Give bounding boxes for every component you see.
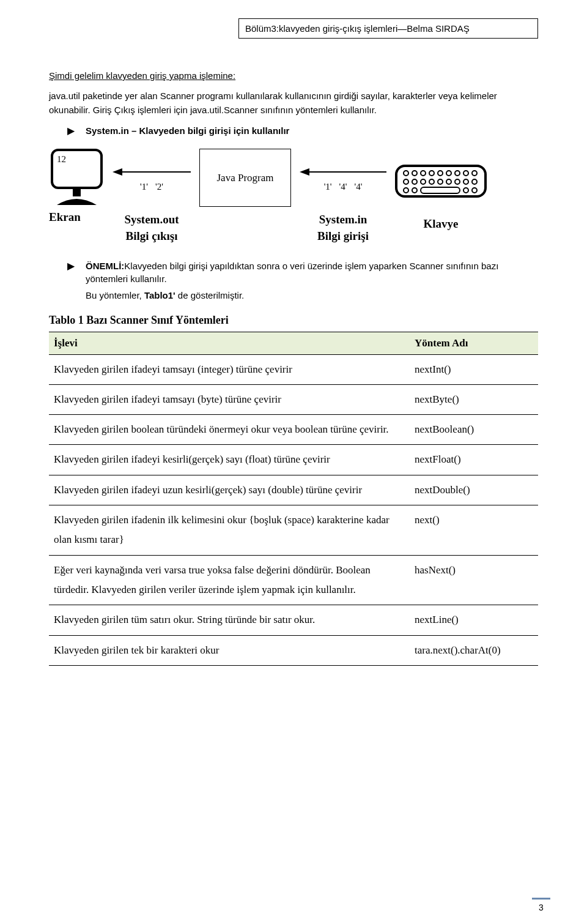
onemli-sub-pre: Bu yöntemler,	[86, 290, 144, 300]
onemli-sub-post: de gösterilmiştir.	[175, 290, 245, 300]
cell-desc: Klavyeden girilen ifadeyi kesirli(gerçek…	[49, 445, 410, 475]
monitor-number: 12	[57, 154, 66, 164]
section-title: Şimdi gelelim klavyeden giriş yapma işle…	[49, 69, 538, 82]
cell-desc: Klavyeden girilen ifadeyi tamsayı (byte)…	[49, 384, 410, 414]
cell-method: nextBoolean()	[410, 415, 538, 445]
system-in-label: System.in	[319, 212, 367, 228]
cell-method: hasNext()	[410, 555, 538, 605]
bilgi-girisi-label: Bilgi girişi	[317, 228, 369, 245]
left-arrow-icon	[110, 166, 193, 178]
table-row: Klavyeden girilen ifadeyi tamsayı (integ…	[49, 354, 538, 384]
cell-method: tara.next().charAt(0)	[410, 635, 538, 665]
bullet-system-in: ▶ System.in – Klavyeden bilgi girişi içi…	[67, 124, 538, 138]
program-box-label: Java Program	[216, 171, 273, 185]
svg-point-16	[404, 179, 408, 184]
section-title-text: Şimdi gelelim klavyeden giriş yapma işle…	[49, 70, 235, 81]
program-box: Java Program	[199, 149, 291, 207]
triangle-bullet-icon: ▶	[67, 124, 75, 138]
cell-desc: Klavyeden girilen tek bir karakteri okur	[49, 635, 410, 665]
table-row: Klavyeden girilen ifadeyi uzun kesirli(g…	[49, 475, 538, 505]
svg-point-26	[412, 188, 417, 193]
table-row: Klavyeden girilen ifadeyi tamsayı (byte)…	[49, 384, 538, 414]
out-seq-0: '1'	[140, 181, 148, 193]
triangle-bullet-icon: ▶	[67, 259, 75, 273]
svg-point-18	[421, 179, 426, 184]
left-arrow-column: '1' '2'	[110, 166, 193, 193]
bullet-onemli: ▶ ÖNEMLİ:Klavyeden bilgi girişi yapıldık…	[67, 259, 538, 302]
onemli-label: ÖNEMLİ:	[86, 261, 124, 271]
svg-point-24	[472, 179, 477, 184]
svg-point-22	[455, 179, 460, 184]
intro-paragraph-text: java.util paketinde yer alan Scanner pro…	[49, 91, 497, 115]
page-number: 3	[532, 898, 550, 914]
table-caption: Tablo 1 Bazı Scanner Sınıf Yöntemleri	[49, 313, 538, 328]
cell-method: nextFloat()	[410, 445, 538, 475]
cell-desc: Klavyeden girilen ifadeyi tamsayı (integ…	[49, 354, 410, 384]
keyboard-column: Klavye	[395, 165, 487, 233]
onemli-text: Klavyeden bilgi girişi yapıldıktan sonra…	[86, 261, 498, 284]
cell-desc: Klavyeden girilen ifadeyi uzun kesirli(g…	[49, 475, 410, 505]
svg-point-17	[412, 179, 417, 184]
svg-point-13	[455, 171, 460, 176]
svg-point-15	[472, 171, 477, 176]
cell-desc: Eğer veri kaynağında veri varsa true yok…	[49, 555, 410, 605]
svg-point-19	[429, 179, 434, 184]
cell-method: nextLine()	[410, 605, 538, 635]
svg-point-28	[463, 188, 468, 193]
table-header-row: İşlevi Yöntem Adı	[49, 332, 538, 354]
bullet-system-in-text: System.in – Klavyeden bilgi girişi için …	[86, 124, 289, 137]
in-seq-0: '1'	[324, 181, 332, 193]
table-row: Eğer veri kaynağında veri varsa true yok…	[49, 555, 538, 605]
cell-method: nextDouble()	[410, 475, 538, 505]
cell-method: next()	[410, 505, 538, 556]
svg-point-14	[463, 171, 468, 176]
intro-paragraph: java.util paketinde yer alan Scanner pro…	[49, 89, 538, 117]
out-seq-1: '2'	[155, 181, 163, 193]
document-header-text: Bölüm3:klavyeden giriş-çıkış işlemleri—B…	[245, 23, 470, 34]
table-row: Klavyeden girilen tüm satırı okur. Strin…	[49, 605, 538, 635]
svg-point-10	[429, 171, 434, 176]
table-row: Klavyeden girilen ifadenin ilk kelimesin…	[49, 505, 538, 556]
cell-desc: Klavyeden girilen boolean türündeki öner…	[49, 415, 410, 445]
in-seq-2: '4'	[354, 181, 362, 193]
svg-point-25	[404, 188, 408, 193]
monitor-column: 12 Ekran	[49, 149, 104, 226]
svg-rect-1	[73, 189, 81, 196]
svg-rect-27	[421, 187, 460, 193]
monitor-icon: 12	[51, 149, 103, 207]
onemli-sub: Bu yöntemler, Tablo1' de gösterilmiştir.	[86, 290, 244, 300]
svg-point-21	[446, 179, 451, 184]
table-header-yontem: Yöntem Adı	[410, 332, 538, 354]
right-arrow-icon	[297, 166, 389, 178]
io-diagram: 12 Ekran '1' '2' System.out Bilgi çıkışı	[49, 149, 538, 244]
svg-point-11	[438, 171, 443, 176]
svg-point-7	[404, 171, 408, 176]
document-header-box: Bölüm3:klavyeden giriş-çıkış işlemleri—B…	[238, 18, 538, 39]
cell-desc: Klavyeden girilen ifadenin ilk kelimesin…	[49, 505, 410, 556]
table-row: Klavyeden girilen tek bir karakteri okur…	[49, 635, 538, 665]
system-out-label: System.out	[124, 212, 179, 228]
svg-point-8	[412, 171, 417, 176]
in-seq-1: '4'	[339, 181, 347, 193]
table-row: Klavyeden girilen boolean türündeki öner…	[49, 415, 538, 445]
right-arrow-column: '1' '4' '4'	[297, 166, 389, 193]
bilgi-cikisi-label: Bilgi çıkışı	[126, 228, 178, 245]
svg-point-20	[438, 179, 443, 184]
scanner-methods-table: İşlevi Yöntem Adı Klavyeden girilen ifad…	[49, 332, 538, 666]
cell-method: nextByte()	[410, 384, 538, 414]
svg-point-23	[463, 179, 468, 184]
keyboard-icon	[395, 165, 487, 200]
bullet-onemli-content: ÖNEMLİ:Klavyeden bilgi girişi yapıldıkta…	[86, 259, 538, 302]
tablo1-bold: Tablo1'	[144, 290, 175, 300]
svg-marker-5	[300, 168, 309, 176]
table-row: Klavyeden girilen ifadeyi kesirli(gerçek…	[49, 445, 538, 475]
cell-method: nextInt()	[410, 354, 538, 384]
svg-point-29	[472, 188, 477, 193]
svg-point-12	[446, 171, 451, 176]
ekran-label: Ekran	[49, 209, 81, 226]
klavye-label: Klavye	[424, 216, 459, 233]
svg-point-9	[421, 171, 426, 176]
svg-marker-3	[113, 168, 122, 176]
table-header-islevi: İşlevi	[49, 332, 410, 354]
cell-desc: Klavyeden girilen tüm satırı okur. Strin…	[49, 605, 410, 635]
